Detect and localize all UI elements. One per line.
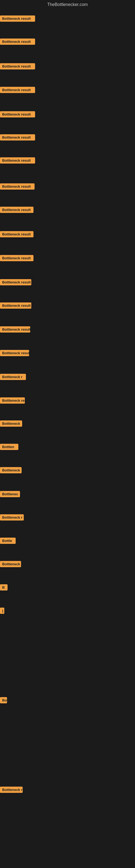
site-title: TheBottlenecker.com — [0, 0, 135, 9]
bottleneck-item-5: Bottleneck result — [0, 111, 35, 118]
bottleneck-item-12: Bottleneck result — [0, 279, 31, 285]
bottleneck-badge-1: Bottleneck result — [0, 16, 35, 22]
bottleneck-item-8: Bottleneck result — [0, 183, 35, 190]
bottleneck-item-27: Bo — [0, 697, 7, 703]
bottleneck-badge-13: Bottleneck result — [0, 303, 31, 309]
bottleneck-item-11: Bottleneck result — [0, 255, 34, 261]
bottleneck-badge-27: Bo — [0, 697, 7, 703]
bottleneck-badge-10: Bottleneck result — [0, 231, 34, 237]
bottleneck-badge-14: Bottleneck result — [0, 326, 30, 333]
bottleneck-item-19: Bottlen — [0, 444, 18, 450]
bottleneck-badge-6: Bottleneck result — [0, 134, 35, 141]
bottleneck-badge-8: Bottleneck result — [0, 183, 35, 190]
bottleneck-badge-19: Bottlen — [0, 444, 18, 450]
bottleneck-item-10: Bottleneck result — [0, 231, 34, 237]
bottleneck-item-24: Bottleneck — [0, 561, 21, 567]
bottleneck-item-16: Bottleneck r — [0, 374, 26, 380]
bottleneck-badge-21: Bottlenec — [0, 491, 20, 497]
bottleneck-item-23: Bottle — [0, 538, 16, 544]
bottleneck-item-21: Bottlenec — [0, 491, 20, 497]
bottleneck-item-18: Bottleneck — [0, 421, 22, 427]
bottleneck-badge-25: B — [0, 584, 8, 590]
bottleneck-badge-11: Bottleneck result — [0, 255, 34, 261]
bottleneck-badge-28: Bottleneck r — [0, 786, 23, 793]
bottleneck-item-28: Bottleneck r — [0, 786, 23, 793]
bottleneck-item-13: Bottleneck result — [0, 303, 31, 309]
bottleneck-badge-7: Bottleneck result — [0, 157, 35, 163]
bottleneck-item-14: Bottleneck result — [0, 326, 30, 333]
bottleneck-item-20: Bottleneck — [0, 467, 21, 473]
bottleneck-item-6: Bottleneck result — [0, 134, 35, 141]
bottleneck-badge-12: Bottleneck result — [0, 279, 31, 285]
bottleneck-badge-9: Bottleneck result — [0, 207, 34, 213]
bottleneck-badge-22: Bottleneck r — [0, 514, 24, 521]
bottleneck-badge-18: Bottleneck — [0, 421, 22, 427]
bottleneck-badge-3: Bottleneck result — [0, 63, 35, 69]
bottleneck-badge-23: Bottle — [0, 538, 16, 544]
bottleneck-badge-26: | — [0, 608, 4, 614]
bottleneck-badge-15: Bottleneck resul — [0, 350, 29, 356]
bottleneck-item-15: Bottleneck resul — [0, 350, 29, 356]
bottleneck-item-17: Bottleneck res — [0, 397, 25, 404]
bottleneck-item-26: | — [0, 608, 4, 614]
bottleneck-badge-17: Bottleneck res — [0, 397, 25, 404]
bottleneck-item-4: Bottleneck result — [0, 87, 35, 93]
bottleneck-item-1: Bottleneck result — [0, 16, 35, 22]
bottleneck-badge-5: Bottleneck result — [0, 111, 35, 118]
bottleneck-item-9: Bottleneck result — [0, 207, 34, 213]
bottleneck-badge-16: Bottleneck r — [0, 374, 26, 380]
bottleneck-item-2: Bottleneck result — [0, 38, 35, 45]
bottleneck-badge-2: Bottleneck result — [0, 38, 35, 45]
bottleneck-item-7: Bottleneck result — [0, 157, 35, 163]
bottleneck-badge-20: Bottleneck — [0, 467, 21, 473]
bottleneck-item-22: Bottleneck r — [0, 514, 24, 521]
bottleneck-item-25: B — [0, 584, 8, 590]
bottleneck-badge-4: Bottleneck result — [0, 87, 35, 93]
bottleneck-item-3: Bottleneck result — [0, 63, 35, 69]
bottleneck-badge-24: Bottleneck — [0, 561, 21, 567]
